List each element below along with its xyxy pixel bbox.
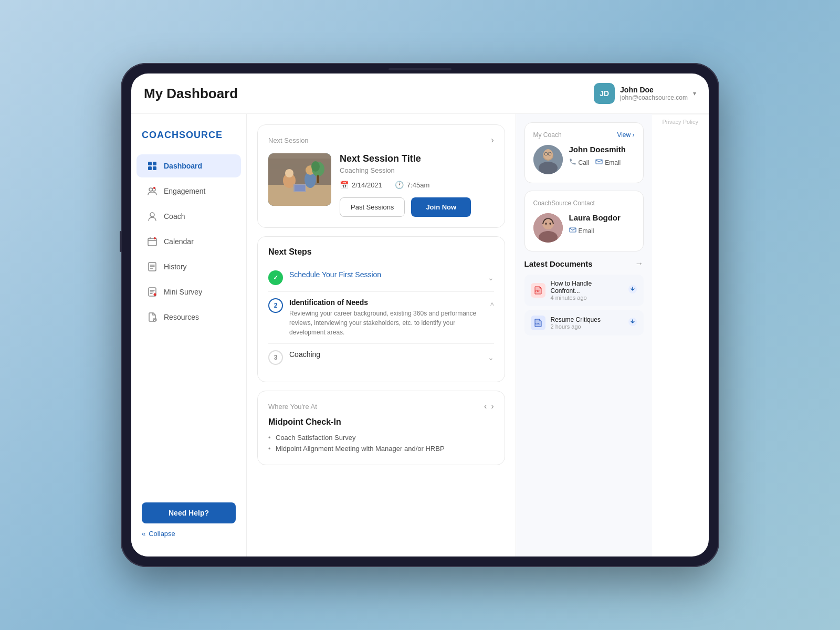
step-3-chevron-icon: ⌄ (488, 353, 494, 362)
chevron-down-icon: ▾ (693, 90, 696, 97)
step-2-label: Identification of Needs (289, 298, 484, 307)
doc-item-2[interactable]: DOC Resume Critiques 2 hours ago (524, 310, 644, 335)
doc-1-info: How to Handle Confront... 4 minutes ago (551, 280, 623, 301)
checkpoint-list: Coach Satisfaction Survey Midpoint Align… (268, 432, 494, 454)
where-nav: ‹ › (484, 402, 494, 411)
where-next-button[interactable]: › (491, 402, 494, 411)
doc-2-download-button[interactable] (628, 317, 637, 329)
contact-email-button[interactable]: Email (569, 226, 594, 235)
sidebar-item-mini-survey[interactable]: Mini Survey (136, 280, 241, 303)
past-sessions-button[interactable]: Past Sessions (340, 197, 405, 217)
svg-rect-0 (148, 162, 152, 165)
contact-avatar (533, 213, 563, 243)
next-session-card: Next Session › (257, 124, 505, 228)
svg-rect-23 (295, 185, 305, 191)
sidebar-label-mini-survey: Mini Survey (164, 288, 202, 296)
session-date: 📅 2/14/2021 (340, 181, 382, 189)
contact-label: CoachSource Contact (533, 200, 595, 207)
coach-avatar (533, 145, 563, 174)
contact-email-label: Email (579, 227, 594, 235)
calendar-icon: 📅 (340, 181, 349, 189)
svg-rect-15 (268, 153, 331, 159)
doc-item-1[interactable]: PDF How to Handle Confront... 4 minutes … (524, 275, 644, 306)
sidebar-label-engagement: Engagement (164, 187, 205, 195)
sidebar-item-dashboard[interactable]: Dashboard (136, 154, 241, 177)
need-help-button[interactable]: Need Help? (142, 502, 236, 523)
sidebar-item-history[interactable]: History (136, 255, 241, 278)
step-3[interactable]: 3 Coaching ⌄ (268, 344, 494, 371)
clock-icon: 🕐 (395, 181, 404, 189)
phone-icon (569, 158, 576, 167)
step-1[interactable]: ✓ Schedule Your First Session ⌄ (268, 264, 494, 292)
user-info: John Doe john@coachsource.com (620, 86, 688, 101)
svg-point-12 (154, 293, 156, 296)
next-steps-title: Next Steps (268, 247, 494, 257)
my-coach-card: My Coach View › (524, 122, 644, 183)
engagement-icon (147, 186, 158, 196)
call-label: Call (579, 159, 590, 166)
sidebar-item-engagement[interactable]: Engagement (136, 180, 241, 203)
step-3-label: Coaching (289, 350, 481, 359)
sidebar-label-coach: Coach (164, 212, 185, 220)
step-1-label: Schedule Your First Session (289, 270, 481, 279)
svg-rect-26 (317, 175, 319, 183)
privacy-footer: Privacy Policy (652, 114, 709, 556)
svg-point-6 (153, 187, 155, 189)
checkpoint-item-2: Midpoint Alignment Meeting with Manager … (268, 443, 494, 454)
sidebar-item-resources[interactable]: Resources (136, 306, 241, 329)
where-at-label: Where You're At (268, 403, 317, 411)
svg-point-7 (150, 213, 154, 217)
doc-2-time: 2 hours ago (551, 323, 623, 330)
resources-icon (147, 312, 158, 322)
contact-name: Laura Bogdor (569, 213, 635, 222)
doc-1-download-button[interactable] (628, 285, 637, 296)
next-session-arrow-icon[interactable]: › (491, 135, 494, 145)
coach-view-link[interactable]: View › (617, 131, 634, 139)
svg-point-25 (311, 161, 320, 172)
session-time: 🕐 7:45am (395, 181, 429, 189)
step-2[interactable]: 2 Identification of Needs Reviewing your… (268, 292, 494, 344)
user-name: John Doe (620, 86, 688, 94)
step-1-content: Schedule Your First Session (289, 270, 481, 279)
checkpoint-title: Midpoint Check-In (268, 417, 494, 427)
coach-email-button[interactable]: Email (595, 158, 621, 167)
user-email: john@coachsource.com (620, 94, 688, 101)
email-label: Email (605, 159, 621, 166)
step-1-num: ✓ (268, 270, 283, 285)
session-details: Next Session Title Coaching Session 📅 2/… (340, 153, 494, 217)
svg-point-13 (153, 318, 156, 321)
sidebar-label-dashboard: Dashboard (164, 162, 202, 170)
session-title: Next Session Title (340, 153, 494, 164)
sidebar-item-coach[interactable]: Coach (136, 205, 241, 228)
step-2-chevron-icon: ^ (490, 301, 494, 310)
where-prev-button[interactable]: ‹ (484, 402, 487, 411)
next-session-label: Next Session (268, 136, 309, 144)
documents-arrow-icon[interactable]: → (635, 259, 644, 268)
privacy-link[interactable]: Privacy Policy (663, 119, 698, 125)
coach-icon (147, 211, 158, 222)
next-steps-card: Next Steps ✓ Schedule Your First Session… (257, 236, 505, 382)
doc-1-name: How to Handle Confront... (551, 280, 623, 295)
sidebar-item-calendar[interactable]: Calendar (136, 230, 241, 253)
step-1-chevron-icon: ⌄ (488, 274, 494, 282)
email-icon (595, 158, 603, 167)
svg-text:DOC: DOC (536, 322, 540, 325)
logo: COACHSOURCE (131, 124, 246, 153)
pdf-icon: PDF (531, 283, 545, 298)
right-panel: My Coach View › (516, 114, 652, 556)
collapse-icon: « (142, 530, 145, 538)
coach-call-button[interactable]: Call (569, 158, 590, 167)
svg-point-37 (543, 219, 553, 229)
step-3-content: Coaching (289, 350, 481, 359)
collapse-button[interactable]: « Collapse (142, 530, 236, 538)
join-now-button[interactable]: Join Now (411, 197, 471, 217)
svg-rect-8 (148, 238, 156, 246)
user-profile[interactable]: JD John Doe john@coachsource.com ▾ (594, 83, 696, 104)
step-2-content: Identification of Needs Reviewing your c… (289, 298, 484, 337)
svg-point-9 (154, 237, 156, 239)
step-2-desc: Reviewing your career background, existi… (289, 309, 484, 337)
contact-email-icon (569, 226, 576, 235)
svg-rect-3 (153, 166, 156, 170)
center-panel: Next Session › (247, 114, 516, 556)
sidebar: COACHSOURCE Dashboard (131, 114, 247, 556)
